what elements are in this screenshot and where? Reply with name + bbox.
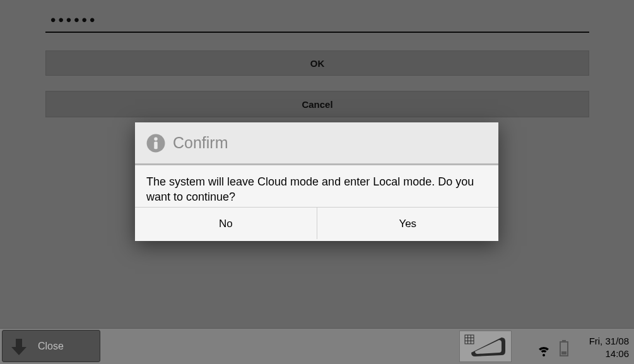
bottom-bar: Close Fri, 31/08 14:06 [0,328,634,364]
battery-icon [560,340,568,356]
date-label: Fri, 31/08 [589,335,629,348]
close-label: Close [38,341,64,352]
down-arrow-icon [9,336,29,356]
yes-button[interactable]: Yes [317,208,499,239]
wifi-icon [536,341,551,356]
svg-rect-10 [561,351,566,355]
info-icon [145,132,167,154]
touchpad-button[interactable] [459,331,512,362]
datetime: Fri, 31/08 14:06 [589,335,629,360]
svg-rect-2 [154,141,157,149]
dialog-actions: No Yes [135,207,498,239]
confirm-dialog: Confirm The system will leave Cloud mode… [135,122,498,241]
dialog-header: Confirm [135,122,498,165]
time-label: 14:06 [589,348,629,360]
svg-point-1 [154,137,157,140]
dialog-title: Confirm [173,134,228,152]
close-button[interactable]: Close [2,330,100,362]
dialog-message: The system will leave Cloud mode and ent… [135,165,498,207]
no-button[interactable]: No [135,208,317,239]
touchpad-icon [464,334,508,359]
svg-rect-3 [465,335,474,344]
